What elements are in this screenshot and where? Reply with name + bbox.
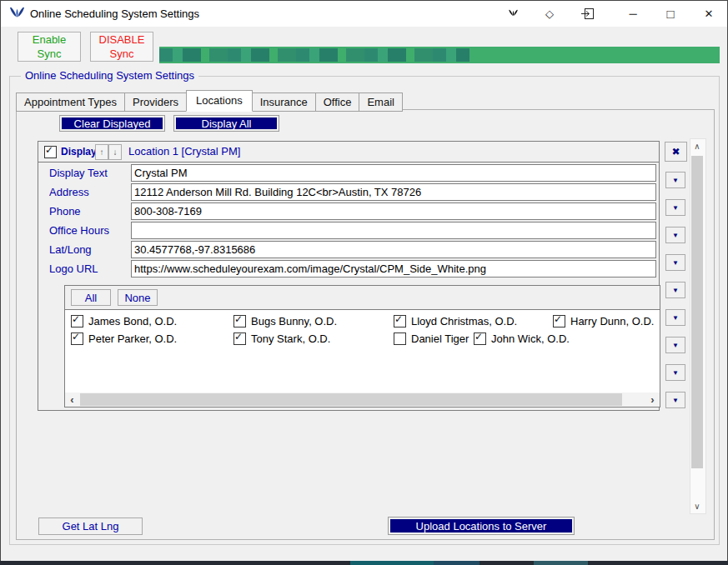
- enable-sync-button[interactable]: Enable Sync: [18, 32, 81, 62]
- clear-displayed-button[interactable]: Clear Displayed: [59, 115, 165, 132]
- provider-checkbox[interactable]: [71, 315, 83, 328]
- provider-item[interactable]: Tony Stark, O.D.: [233, 332, 330, 345]
- phone-field[interactable]: [131, 202, 656, 220]
- provider-label: Harry Dunn, O.D.: [570, 315, 654, 328]
- latlong-field[interactable]: [131, 241, 656, 258]
- provider-label: Peter Parker, O.D.: [88, 332, 177, 345]
- minimize-icon: ─: [629, 8, 636, 20]
- address-field[interactable]: [131, 183, 656, 201]
- display-checkbox-label: Display: [61, 146, 97, 158]
- provider-label: Bugs Bunny, O.D.: [251, 315, 337, 328]
- dropdown-icon: ▼: [672, 314, 679, 322]
- tab-email[interactable]: Email: [359, 92, 403, 112]
- tab-insurance[interactable]: Insurance: [252, 92, 316, 112]
- provider-checkbox[interactable]: [474, 332, 486, 345]
- scroll-right-button[interactable]: ›: [645, 392, 660, 407]
- provider-checkbox[interactable]: [394, 315, 406, 328]
- tab-appointment-types[interactable]: Appointment Types: [16, 92, 125, 112]
- field-dropdown-button[interactable]: ▼: [665, 364, 685, 381]
- field-dropdown-button[interactable]: ▼: [665, 254, 685, 271]
- provider-item[interactable]: James Bond, O.D.: [71, 315, 177, 328]
- close-icon: ✕: [705, 8, 714, 20]
- tab-office[interactable]: Office: [315, 92, 360, 112]
- field-dropdown-button[interactable]: ▼: [665, 337, 685, 353]
- redacted-text-overlay: [159, 48, 469, 62]
- provider-label: Daniel Tiger: [411, 332, 469, 345]
- move-down-button[interactable]: ↓: [108, 144, 122, 160]
- logo-url-field[interactable]: [131, 260, 656, 278]
- tab-locations[interactable]: Locations: [186, 90, 253, 112]
- providers-horizontal-scrollbar[interactable]: ‹ ›: [65, 392, 660, 407]
- field-dropdown-button[interactable]: ▼: [665, 199, 685, 216]
- address-label: Address: [49, 186, 89, 198]
- provider-checkbox[interactable]: [71, 332, 83, 345]
- titlebar: Online Scheduling System Settings ◇ ─ □ …: [1, 1, 727, 27]
- scroll-down-button[interactable]: ∨: [690, 499, 704, 513]
- latlong-label: Lat/Long: [49, 243, 92, 256]
- display-all-button[interactable]: Display All: [173, 115, 279, 132]
- display-checkbox[interactable]: [44, 146, 57, 158]
- scroll-down-icon: ∨: [694, 502, 700, 511]
- provider-checkbox[interactable]: [394, 332, 406, 345]
- select-none-button[interactable]: None: [118, 289, 158, 306]
- phone-label: Phone: [49, 205, 81, 218]
- field-dropdown-button[interactable]: ▼: [665, 309, 685, 326]
- field-dropdown-button[interactable]: ▼: [665, 172, 685, 188]
- provider-item[interactable]: Lloyd Christmas, O.D.: [394, 315, 517, 328]
- move-up-button[interactable]: ↑: [95, 144, 108, 160]
- up-arrow-icon: ↑: [100, 148, 104, 157]
- provider-checkbox[interactable]: [233, 315, 246, 328]
- scroll-up-icon: ∧: [694, 142, 700, 151]
- diamond-icon: ◇: [545, 8, 554, 20]
- select-all-button[interactable]: All: [71, 289, 111, 306]
- field-dropdown-button[interactable]: ▼: [665, 392, 685, 408]
- office-hours-field[interactable]: [131, 222, 656, 239]
- display-text-field[interactable]: [131, 164, 656, 182]
- provider-item[interactable]: Harry Dunn, O.D.: [553, 315, 654, 328]
- remove-location-button[interactable]: ✖: [665, 142, 687, 162]
- provider-label: Lloyd Christmas, O.D.: [411, 315, 517, 328]
- field-dropdown-button[interactable]: ▼: [665, 282, 685, 298]
- groupbox-label: Online Scheduling System Settings: [21, 69, 198, 82]
- provider-item[interactable]: Bugs Bunny, O.D.: [233, 315, 337, 328]
- field-dropdown-button[interactable]: ▼: [665, 227, 685, 243]
- close-button[interactable]: ✕: [690, 1, 727, 27]
- maximize-button[interactable]: □: [652, 1, 689, 27]
- location-title: Location 1 [Crystal PM]: [128, 145, 240, 158]
- provider-checkbox[interactable]: [233, 332, 246, 345]
- get-lat-lng-button[interactable]: Get Lat Lng: [38, 518, 143, 535]
- tray-logo-icon[interactable]: [495, 1, 531, 27]
- provider-checkbox[interactable]: [553, 315, 565, 328]
- provider-item[interactable]: Peter Parker, O.D.: [71, 332, 177, 345]
- scroll-right-icon: ›: [650, 393, 654, 406]
- tab-providers[interactable]: Providers: [124, 92, 187, 112]
- logo-url-label: Logo URL: [49, 262, 98, 275]
- sync-status-bar: [159, 47, 720, 63]
- disable-sync-button[interactable]: DISABLE Sync: [90, 32, 153, 62]
- window-title: Online Scheduling System Settings: [30, 8, 199, 20]
- scroll-left-button[interactable]: ‹: [65, 392, 79, 407]
- dock-window-button[interactable]: [569, 1, 605, 27]
- provider-label: James Bond, O.D.: [88, 315, 177, 328]
- app-window: Online Scheduling System Settings ◇ ─ □ …: [0, 0, 728, 562]
- down-arrow-icon: ↓: [113, 148, 118, 157]
- provider-list: James Bond, O.D. Bugs Bunny, O.D. Lloyd …: [65, 309, 660, 392]
- bird-icon: [508, 8, 519, 19]
- dropdown-icon: ▼: [672, 369, 679, 377]
- provider-item[interactable]: Daniel Tiger: [394, 332, 469, 345]
- provider-item[interactable]: John Wick, O.D.: [474, 332, 570, 345]
- locations-vertical-scrollbar[interactable]: ∧ ∨: [690, 138, 706, 514]
- scrollbar-thumb[interactable]: [80, 393, 622, 406]
- upload-locations-button[interactable]: Upload Locations to Server: [388, 517, 575, 535]
- providers-box: All None James Bond, O.D. Bugs Bunny, O.…: [64, 285, 660, 408]
- scrollbar-thumb[interactable]: [691, 156, 703, 468]
- scroll-up-button[interactable]: ∧: [690, 139, 704, 153]
- location-card: Display ↑ ↓ Location 1 [Crystal PM] Disp…: [38, 141, 660, 411]
- dropdown-icon: ▼: [672, 204, 679, 212]
- dropdown-icon: ▼: [672, 259, 679, 267]
- provider-label: John Wick, O.D.: [491, 332, 570, 345]
- tabstrip: Appointment Types Providers Locations In…: [16, 90, 402, 112]
- taskbar-sliver: [0, 561, 728, 565]
- minimize-button[interactable]: ─: [615, 1, 651, 27]
- target-icon-button[interactable]: ◇: [531, 1, 568, 27]
